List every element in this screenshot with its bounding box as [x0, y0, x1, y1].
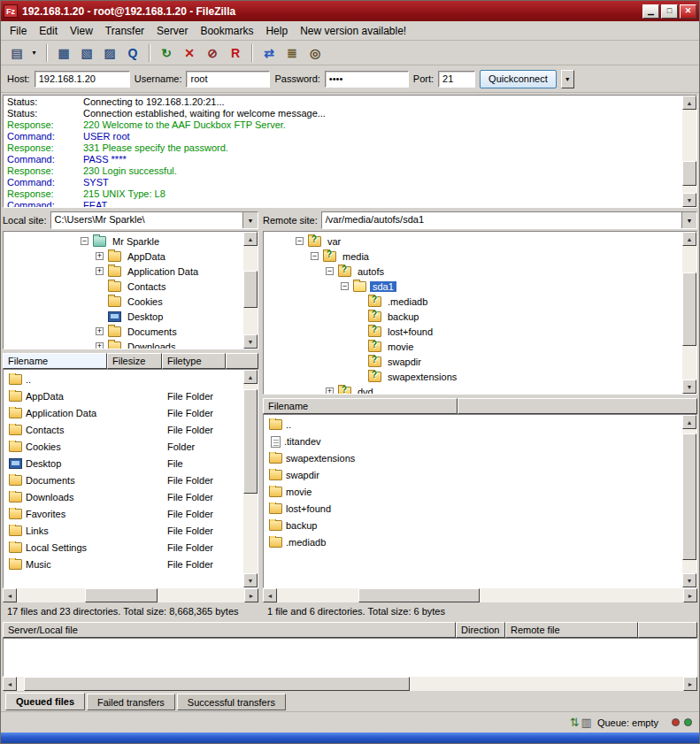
file-row-downloads[interactable]: DownloadsFile Folder: [5, 488, 242, 505]
queue-horizontal-scrollbar[interactable]: ◄►: [3, 677, 697, 691]
file-row-local-settings[interactable]: Local SettingsFile Folder: [5, 539, 242, 556]
tree-item-var[interactable]: −var: [265, 234, 681, 249]
file-row-backup[interactable]: backup: [265, 517, 681, 533]
scrollbar-thumb[interactable]: [682, 272, 696, 346]
scroll-up-icon[interactable]: ▲: [243, 370, 258, 384]
local-site-combo[interactable]: C:\Users\Mr Sparkle\ ▼: [50, 211, 258, 229]
refresh-icon[interactable]: ↻: [156, 43, 177, 63]
file-row-cookies[interactable]: CookiesFolder: [5, 438, 242, 455]
file-row-contacts[interactable]: ContactsFile Folder: [5, 421, 242, 438]
collapse-minus-icon[interactable]: −: [326, 267, 334, 275]
toggle-log-icon[interactable]: ▦: [53, 43, 74, 63]
local-horizontal-scrollbar[interactable]: ◄►: [3, 588, 258, 602]
menu-item-new-version-available[interactable]: New version available!: [294, 22, 412, 40]
vertical-scrollbar[interactable]: ▲▼: [243, 232, 258, 349]
column-header-filetype[interactable]: Filetype: [162, 353, 226, 369]
tree-item-lost-found[interactable]: lost+found: [265, 324, 681, 339]
file-row-links[interactable]: LinksFile Folder: [5, 522, 242, 539]
file-row-lost-found[interactable]: lost+found: [265, 500, 681, 517]
scroll-up-icon[interactable]: ▲: [243, 232, 258, 246]
column-header-server-local-file[interactable]: Server/Local file: [3, 622, 456, 638]
vertical-scrollbar[interactable]: ▲▼: [682, 96, 696, 207]
menu-item-transfer[interactable]: Transfer: [99, 22, 150, 40]
port-input[interactable]: [438, 71, 475, 88]
scroll-right-icon[interactable]: ►: [683, 588, 697, 602]
tree-item-cookies[interactable]: Cookies: [5, 294, 242, 309]
reconnect-icon[interactable]: R: [225, 43, 246, 63]
tree-item-mr-sparkle[interactable]: −Mr Sparkle: [5, 234, 242, 249]
file-row-mediadb[interactable]: .mediadb: [265, 533, 681, 550]
scrollbar-track[interactable]: [17, 677, 683, 691]
scroll-up-icon[interactable]: ▲: [682, 96, 696, 110]
tree-item-downloads[interactable]: +Downloads: [5, 339, 242, 349]
file-row-documents[interactable]: DocumentsFile Folder: [5, 472, 242, 488]
synchronized-browsing-icon[interactable]: ≣: [281, 43, 303, 63]
scrollbar-thumb[interactable]: [682, 161, 696, 186]
tree-item-mediadb[interactable]: .mediadb: [265, 294, 681, 309]
disconnect-icon[interactable]: ⊘: [202, 43, 223, 63]
minimize-button[interactable]: ▁: [642, 4, 659, 19]
scroll-left-icon[interactable]: ◄: [3, 588, 17, 602]
close-button[interactable]: ✕: [680, 4, 696, 19]
file-row-favorites[interactable]: FavoritesFile Folder: [5, 505, 242, 522]
scrollbar-thumb[interactable]: [358, 588, 481, 602]
scrollbar-track[interactable]: [277, 588, 683, 602]
password-input[interactable]: [325, 71, 409, 88]
toggle-local-tree-icon[interactable]: ▧: [76, 43, 97, 63]
collapse-minus-icon[interactable]: −: [81, 237, 88, 245]
transfer-queue-list[interactable]: [3, 638, 697, 677]
expand-plus-icon[interactable]: +: [96, 327, 104, 335]
quickconnect-button[interactable]: Quickconnect: [480, 70, 557, 88]
scroll-down-icon[interactable]: ▼: [243, 334, 258, 349]
toggle-remote-tree-icon[interactable]: ▨: [99, 43, 120, 63]
titlebar[interactable]: Fz 192.168.1.20 - root@192.168.1.20 - Fi…: [1, 1, 699, 21]
file-row-application-data[interactable]: Application DataFile Folder: [5, 404, 242, 421]
scroll-down-icon[interactable]: ▼: [682, 193, 696, 207]
scroll-down-icon[interactable]: ▼: [682, 380, 696, 394]
tree-item-contacts[interactable]: Contacts: [5, 279, 242, 294]
scroll-left-icon[interactable]: ◄: [3, 677, 17, 691]
tab-successful-transfers[interactable]: Successful transfers: [177, 694, 286, 710]
chevron-down-icon[interactable]: ▼: [242, 212, 258, 228]
vertical-scrollbar[interactable]: ▲▼: [682, 415, 696, 587]
quickconnect-dropdown-icon[interactable]: ▼: [561, 70, 574, 88]
scroll-up-icon[interactable]: ▲: [682, 415, 696, 429]
menu-item-help[interactable]: Help: [259, 22, 294, 40]
expand-plus-icon[interactable]: +: [326, 387, 334, 395]
tree-item-movie[interactable]: movie: [265, 339, 681, 354]
vertical-scrollbar[interactable]: ▲▼: [243, 370, 258, 587]
scroll-down-icon[interactable]: ▼: [243, 573, 258, 587]
file-row-titandev[interactable]: .titandev: [265, 433, 681, 449]
scrollbar-track[interactable]: [682, 110, 696, 193]
tree-item-desktop[interactable]: Desktop: [5, 309, 242, 324]
chevron-down-icon[interactable]: ▼: [681, 212, 696, 228]
remote-horizontal-scrollbar[interactable]: ◄►: [263, 588, 697, 602]
file-row-[interactable]: ..: [5, 371, 242, 387]
site-manager-icon[interactable]: ▤: [6, 43, 27, 63]
file-row-[interactable]: ..: [265, 416, 681, 433]
scrollbar-track[interactable]: [682, 246, 696, 380]
column-header-filesize[interactable]: Filesize: [107, 353, 162, 369]
scrollbar-track[interactable]: [243, 384, 258, 573]
tree-item-dvd[interactable]: +dvd: [265, 384, 681, 395]
host-input[interactable]: [35, 71, 130, 88]
username-input[interactable]: [186, 71, 270, 88]
column-header-filename[interactable]: Filename: [263, 398, 458, 414]
tree-item-swapextensions[interactable]: swapextensions: [265, 369, 681, 384]
tree-item-swapdir[interactable]: swapdir: [265, 354, 681, 369]
file-row-music[interactable]: MusicFile Folder: [5, 556, 242, 572]
menu-item-bookmarks[interactable]: Bookmarks: [194, 22, 259, 40]
scrollbar-track[interactable]: [243, 246, 258, 334]
tree-item-application-data[interactable]: +Application Data: [5, 264, 242, 279]
file-row-movie[interactable]: movie: [265, 483, 681, 500]
scroll-right-icon[interactable]: ►: [683, 677, 697, 691]
menu-item-view[interactable]: View: [64, 22, 99, 40]
tree-item-backup[interactable]: backup: [265, 309, 681, 324]
tree-item-documents[interactable]: +Documents: [5, 324, 242, 339]
collapse-minus-icon[interactable]: −: [311, 252, 319, 260]
expand-plus-icon[interactable]: +: [96, 342, 104, 349]
tab-queued-files[interactable]: Queued files: [5, 693, 85, 710]
toggle-queue-icon[interactable]: Q: [122, 43, 143, 63]
tree-item-appdata[interactable]: +AppData: [5, 249, 242, 264]
maximize-button[interactable]: □: [661, 4, 678, 19]
